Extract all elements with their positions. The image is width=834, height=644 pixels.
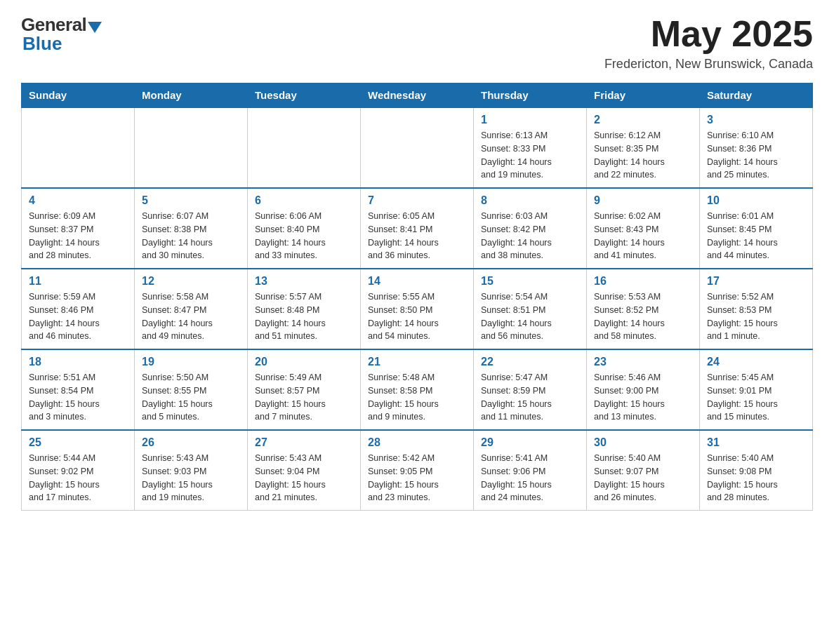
day-info: Sunrise: 5:42 AMSunset: 9:05 PMDaylight:…: [368, 452, 466, 504]
day-number: 24: [707, 356, 805, 368]
week-row-5: 25Sunrise: 5:44 AMSunset: 9:02 PMDayligh…: [22, 430, 813, 511]
day-info: Sunrise: 5:48 AMSunset: 8:58 PMDaylight:…: [368, 371, 466, 424]
day-info: Sunrise: 6:07 AMSunset: 8:38 PMDaylight:…: [142, 210, 240, 262]
calendar-cell: 17Sunrise: 5:52 AMSunset: 8:53 PMDayligh…: [700, 269, 813, 349]
calendar-cell: 25Sunrise: 5:44 AMSunset: 9:02 PMDayligh…: [22, 430, 135, 511]
day-number: 4: [29, 194, 127, 207]
calendar-cell: 19Sunrise: 5:50 AMSunset: 8:55 PMDayligh…: [135, 349, 248, 430]
day-number: 30: [594, 436, 692, 449]
calendar-cell: 27Sunrise: 5:43 AMSunset: 9:04 PMDayligh…: [248, 430, 361, 511]
day-number: 12: [142, 275, 240, 288]
day-number: 22: [481, 356, 579, 368]
day-info: Sunrise: 5:57 AMSunset: 8:48 PMDaylight:…: [255, 290, 353, 343]
month-title: May 2025: [604, 14, 813, 54]
day-number: 16: [594, 275, 692, 288]
day-info: Sunrise: 6:05 AMSunset: 8:41 PMDaylight:…: [368, 210, 466, 262]
day-info: Sunrise: 5:59 AMSunset: 8:46 PMDaylight:…: [29, 290, 127, 343]
day-number: 6: [255, 194, 353, 207]
page-header: General Blue May 2025 Fredericton, New B…: [21, 14, 813, 72]
day-info: Sunrise: 5:46 AMSunset: 9:00 PMDaylight:…: [594, 371, 692, 424]
day-info: Sunrise: 6:12 AMSunset: 8:35 PMDaylight:…: [594, 129, 692, 182]
calendar-cell: [135, 107, 248, 188]
calendar-cell: 11Sunrise: 5:59 AMSunset: 8:46 PMDayligh…: [22, 269, 135, 349]
day-number: 14: [368, 275, 466, 288]
calendar-cell: 4Sunrise: 6:09 AMSunset: 8:37 PMDaylight…: [22, 188, 135, 269]
location-text: Fredericton, New Brunswick, Canada: [604, 57, 813, 72]
day-number: 18: [29, 356, 127, 368]
day-info: Sunrise: 6:03 AMSunset: 8:42 PMDaylight:…: [481, 210, 579, 262]
day-info: Sunrise: 5:45 AMSunset: 9:01 PMDaylight:…: [707, 371, 805, 424]
day-number: 28: [368, 436, 466, 449]
calendar-cell: 23Sunrise: 5:46 AMSunset: 9:00 PMDayligh…: [587, 349, 700, 430]
day-number: 9: [594, 194, 692, 207]
day-number: 2: [594, 114, 692, 126]
day-number: 25: [29, 436, 127, 449]
day-info: Sunrise: 6:06 AMSunset: 8:40 PMDaylight:…: [255, 210, 353, 262]
calendar-cell: 6Sunrise: 6:06 AMSunset: 8:40 PMDaylight…: [248, 188, 361, 269]
calendar-cell: [248, 107, 361, 188]
day-info: Sunrise: 5:43 AMSunset: 9:04 PMDaylight:…: [255, 452, 353, 504]
header-monday: Monday: [135, 83, 248, 108]
day-info: Sunrise: 6:01 AMSunset: 8:45 PMDaylight:…: [707, 210, 805, 262]
day-info: Sunrise: 5:50 AMSunset: 8:55 PMDaylight:…: [142, 371, 240, 424]
day-number: 23: [594, 356, 692, 368]
day-number: 20: [255, 356, 353, 368]
day-number: 10: [707, 194, 805, 207]
day-info: Sunrise: 5:49 AMSunset: 8:57 PMDaylight:…: [255, 371, 353, 424]
day-number: 19: [142, 356, 240, 368]
day-number: 21: [368, 356, 466, 368]
day-info: Sunrise: 5:44 AMSunset: 9:02 PMDaylight:…: [29, 452, 127, 504]
day-info: Sunrise: 5:58 AMSunset: 8:47 PMDaylight:…: [142, 290, 240, 343]
calendar-cell: [361, 107, 474, 188]
day-number: 3: [707, 114, 805, 126]
calendar-cell: 2Sunrise: 6:12 AMSunset: 8:35 PMDaylight…: [587, 107, 700, 188]
calendar-cell: 10Sunrise: 6:01 AMSunset: 8:45 PMDayligh…: [700, 188, 813, 269]
calendar-cell: 29Sunrise: 5:41 AMSunset: 9:06 PMDayligh…: [474, 430, 587, 511]
calendar-cell: 15Sunrise: 5:54 AMSunset: 8:51 PMDayligh…: [474, 269, 587, 349]
calendar-cell: 20Sunrise: 5:49 AMSunset: 8:57 PMDayligh…: [248, 349, 361, 430]
title-block: May 2025 Fredericton, New Brunswick, Can…: [604, 14, 813, 72]
calendar-cell: 16Sunrise: 5:53 AMSunset: 8:52 PMDayligh…: [587, 269, 700, 349]
calendar-cell: 12Sunrise: 5:58 AMSunset: 8:47 PMDayligh…: [135, 269, 248, 349]
day-info: Sunrise: 6:13 AMSunset: 8:33 PMDaylight:…: [481, 129, 579, 182]
header-tuesday: Tuesday: [248, 83, 361, 108]
calendar-cell: 22Sunrise: 5:47 AMSunset: 8:59 PMDayligh…: [474, 349, 587, 430]
calendar-cell: 5Sunrise: 6:07 AMSunset: 8:38 PMDaylight…: [135, 188, 248, 269]
day-info: Sunrise: 6:02 AMSunset: 8:43 PMDaylight:…: [594, 210, 692, 262]
day-info: Sunrise: 5:54 AMSunset: 8:51 PMDaylight:…: [481, 290, 579, 343]
logo-arrow-icon: [88, 22, 102, 33]
header-saturday: Saturday: [700, 83, 813, 108]
day-number: 11: [29, 275, 127, 288]
day-info: Sunrise: 5:51 AMSunset: 8:54 PMDaylight:…: [29, 371, 127, 424]
week-row-4: 18Sunrise: 5:51 AMSunset: 8:54 PMDayligh…: [22, 349, 813, 430]
calendar-header-row: SundayMondayTuesdayWednesdayThursdayFrid…: [22, 83, 813, 108]
week-row-1: 1Sunrise: 6:13 AMSunset: 8:33 PMDaylight…: [22, 107, 813, 188]
calendar-cell: [22, 107, 135, 188]
week-row-3: 11Sunrise: 5:59 AMSunset: 8:46 PMDayligh…: [22, 269, 813, 349]
header-friday: Friday: [587, 83, 700, 108]
calendar-cell: 9Sunrise: 6:02 AMSunset: 8:43 PMDaylight…: [587, 188, 700, 269]
day-number: 15: [481, 275, 579, 288]
day-info: Sunrise: 5:40 AMSunset: 9:07 PMDaylight:…: [594, 452, 692, 504]
logo: General Blue: [21, 14, 102, 55]
day-info: Sunrise: 6:09 AMSunset: 8:37 PMDaylight:…: [29, 210, 127, 262]
calendar-cell: 30Sunrise: 5:40 AMSunset: 9:07 PMDayligh…: [587, 430, 700, 511]
calendar-cell: 26Sunrise: 5:43 AMSunset: 9:03 PMDayligh…: [135, 430, 248, 511]
day-info: Sunrise: 5:52 AMSunset: 8:53 PMDaylight:…: [707, 290, 805, 343]
week-row-2: 4Sunrise: 6:09 AMSunset: 8:37 PMDaylight…: [22, 188, 813, 269]
day-info: Sunrise: 5:55 AMSunset: 8:50 PMDaylight:…: [368, 290, 466, 343]
calendar-table: SundayMondayTuesdayWednesdayThursdayFrid…: [21, 83, 813, 511]
day-number: 1: [481, 114, 579, 126]
day-number: 8: [481, 194, 579, 207]
day-info: Sunrise: 5:47 AMSunset: 8:59 PMDaylight:…: [481, 371, 579, 424]
calendar-cell: 1Sunrise: 6:13 AMSunset: 8:33 PMDaylight…: [474, 107, 587, 188]
day-number: 27: [255, 436, 353, 449]
calendar-cell: 28Sunrise: 5:42 AMSunset: 9:05 PMDayligh…: [361, 430, 474, 511]
calendar-cell: 3Sunrise: 6:10 AMSunset: 8:36 PMDaylight…: [700, 107, 813, 188]
day-info: Sunrise: 5:43 AMSunset: 9:03 PMDaylight:…: [142, 452, 240, 504]
day-info: Sunrise: 5:53 AMSunset: 8:52 PMDaylight:…: [594, 290, 692, 343]
header-sunday: Sunday: [22, 83, 135, 108]
day-info: Sunrise: 6:10 AMSunset: 8:36 PMDaylight:…: [707, 129, 805, 182]
calendar-cell: 7Sunrise: 6:05 AMSunset: 8:41 PMDaylight…: [361, 188, 474, 269]
calendar-cell: 14Sunrise: 5:55 AMSunset: 8:50 PMDayligh…: [361, 269, 474, 349]
